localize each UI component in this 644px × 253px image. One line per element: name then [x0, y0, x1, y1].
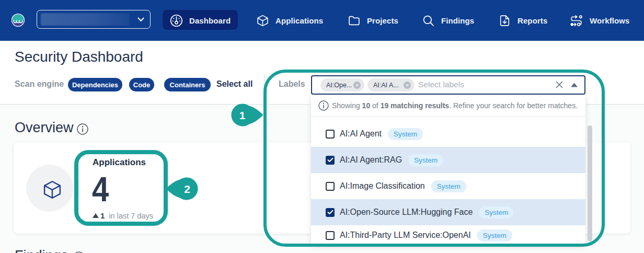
svg-text:2: 2 — [184, 183, 190, 195]
svg-text:1: 1 — [239, 109, 246, 121]
